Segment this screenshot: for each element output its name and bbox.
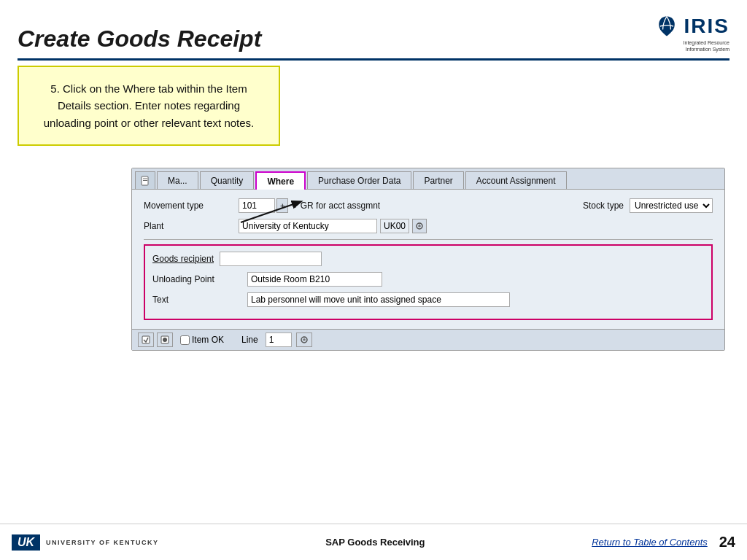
bottom-btn-1[interactable] [138,332,154,347]
plant-label: Plant [144,221,239,231]
stock-type-label: Stock type [583,201,624,211]
logo-box: IRIS [654,13,729,39]
item-ok-label: Item OK [192,335,224,345]
header-divider [18,58,729,61]
footer-uk: UK UNIVERSITY OF KENTUCKY [12,534,158,551]
movement-type-row: Movement type + + GR for acct assgmnt St… [144,198,713,213]
movement-type-button[interactable]: + [276,198,288,213]
unloading-point-label: Unloading Point [152,274,247,284]
highlighted-section: Goods recipient Unloading Point Text [144,244,713,320]
page-title: Create Goods Receipt [18,26,261,52]
form-body: Movement type + + GR for acct assgmnt St… [132,190,724,329]
line-label: Line [241,335,258,345]
footer-right: Return to Table of Contents 24 [592,534,735,551]
tab-purchase-order[interactable]: Purchase Order Data [307,171,411,189]
item-ok-checkbox-label[interactable]: Item OK [180,335,224,345]
unloading-point-input[interactable] [247,272,382,287]
text-input[interactable] [247,292,510,307]
plant-row: Plant UK00 [144,219,713,233]
movement-type-input[interactable] [239,198,275,213]
callout-text: 5. Click on the Where tab within the Ite… [44,82,255,129]
movement-type-label: Movement type [144,201,239,211]
bottom-btn-2[interactable] [157,332,173,347]
logo-area: IRIS Integrated Resource Information Sys… [654,13,729,52]
uk-logo: UK [12,534,40,551]
line-lookup-btn[interactable] [296,332,312,347]
tab-file-icon[interactable] [135,171,155,189]
footer: UK UNIVERSITY OF KENTUCKY SAP Goods Rece… [0,524,747,560]
plant-input[interactable] [239,219,377,233]
line-input[interactable] [266,332,292,347]
tab-where[interactable]: Where [255,171,306,190]
uk-university-name: UNIVERSITY OF KENTUCKY [46,539,158,546]
sap-form-wrapper: Ma... Quantity Where Purchase Order Data… [131,168,725,472]
form-bottom-bar: Item OK Line [132,329,724,350]
stock-type-select[interactable]: Unrestricted use [630,198,713,213]
callout-container: 5. Click on the Where tab within the Ite… [18,66,280,146]
iris-logo-text: IRIS [684,15,729,38]
tab-quantity[interactable]: Quantity [200,171,255,189]
callout-box: 5. Click on the Where tab within the Ite… [18,66,280,146]
text-row: Text [152,292,704,307]
form-separator [144,239,713,240]
movement-type-desc: + GR for acct assgmnt [293,201,380,211]
sap-form: Ma... Quantity Where Purchase Order Data… [131,168,725,351]
goods-recipient-row: Goods recipient [152,252,704,266]
page-number: 24 [719,534,735,551]
svg-rect-12 [303,340,306,341]
tab-account-assignment[interactable]: Account Assignment [465,171,567,189]
tab-bar: Ma... Quantity Where Purchase Order Data… [132,168,724,190]
plant-lookup-button[interactable] [412,219,427,233]
item-ok-checkbox[interactable] [180,335,190,345]
header: Create Goods Receipt IRIS Integrated Res… [0,0,747,58]
plant-code: UK00 [380,219,409,233]
goods-recipient-input[interactable] [220,252,322,266]
return-link[interactable]: Return to Table of Contents [592,537,708,548]
text-label: Text [152,295,247,305]
svg-rect-6 [418,225,421,226]
stock-type-group: Stock type Unrestricted use [583,198,713,213]
goods-recipient-label: Goods recipient [152,254,214,264]
iris-leaf-icon [654,13,680,39]
tab-partner[interactable]: Partner [413,171,463,189]
svg-point-9 [163,338,167,342]
tab-material[interactable]: Ma... [157,171,198,189]
iris-logo-subtext: Integrated Resource Information System [684,39,729,52]
unloading-point-row: Unloading Point [152,272,704,287]
footer-center-text: SAP Goods Receiving [325,537,425,548]
